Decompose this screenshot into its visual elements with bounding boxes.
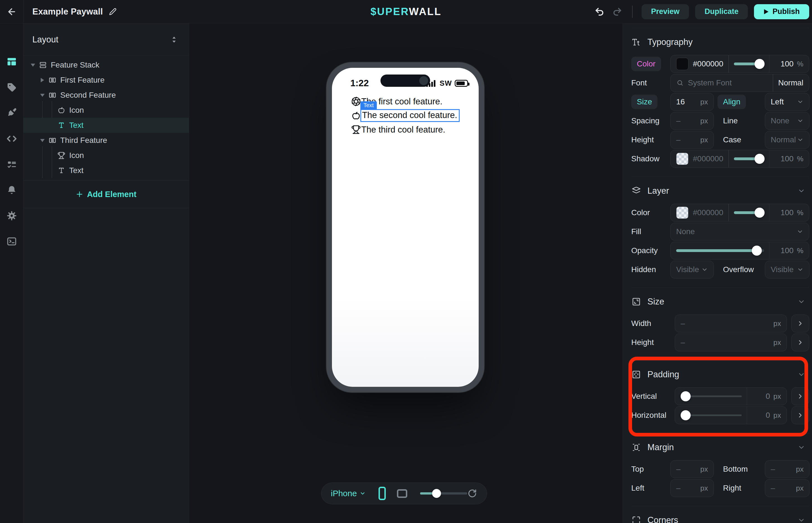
- slider-thumb[interactable]: [752, 246, 762, 256]
- slider-thumb[interactable]: [755, 208, 764, 218]
- opacity-field[interactable]: 100%: [670, 242, 809, 259]
- vertical-padding-field[interactable]: 0px: [675, 387, 787, 405]
- portrait-orientation-icon[interactable]: [379, 487, 386, 500]
- margin-top-field[interactable]: – px: [670, 460, 714, 478]
- margin-right-field[interactable]: – px: [765, 479, 810, 497]
- apple-icon: [351, 110, 361, 121]
- fill-select[interactable]: None: [670, 223, 809, 240]
- selection-outline[interactable]: Text The second cool feature.: [361, 109, 460, 122]
- preview-button[interactable]: Preview: [642, 4, 689, 19]
- color-property-chip[interactable]: Color: [631, 57, 661, 71]
- opacity-slider[interactable]: [676, 249, 764, 252]
- shadow-color-swatch[interactable]: [676, 153, 688, 165]
- caret-down-icon[interactable]: [29, 63, 37, 67]
- caret-down-icon[interactable]: [39, 139, 46, 142]
- tree-item-text-selected[interactable]: Text: [23, 118, 189, 133]
- trophy-icon: [57, 151, 66, 160]
- tree-item-third-feature[interactable]: Third Feature: [23, 133, 189, 148]
- edit-pencil-icon[interactable]: [109, 8, 116, 15]
- editor-canvas[interactable]: 1:22 SW The fir: [189, 23, 623, 523]
- tree-item-icon[interactable]: Icon: [23, 148, 189, 163]
- phone-screen[interactable]: 1:22 SW The fir: [332, 68, 479, 387]
- align-select[interactable]: Left: [765, 93, 810, 111]
- shadow-opacity-slider[interactable]: [734, 157, 764, 160]
- horizontal-padding-slider[interactable]: [681, 414, 742, 416]
- height-field[interactable]: – px: [675, 333, 787, 351]
- sort-icon[interactable]: [170, 35, 178, 44]
- vertical-padding-expand-button[interactable]: [791, 387, 809, 405]
- superwall-logo: $UPERWALL: [370, 6, 442, 18]
- chevron-down-icon[interactable]: [797, 371, 805, 378]
- terminal-icon[interactable]: [6, 236, 18, 247]
- slider-thumb[interactable]: [755, 154, 764, 164]
- line-height-field[interactable]: – px: [670, 131, 714, 149]
- code-icon[interactable]: [6, 133, 18, 145]
- stack-icon: [39, 61, 47, 69]
- caret-down-icon[interactable]: [39, 93, 46, 97]
- height-expand-button[interactable]: [791, 333, 809, 351]
- chevron-down-icon[interactable]: [797, 298, 805, 306]
- layer-color-opacity-slider[interactable]: [734, 211, 764, 214]
- slider-thumb[interactable]: [681, 391, 691, 401]
- width-expand-button[interactable]: [791, 314, 809, 332]
- tree-item-second-feature[interactable]: Second Feature: [23, 88, 189, 103]
- letter-spacing-field[interactable]: – px: [670, 112, 714, 130]
- left-icon-rail: [0, 23, 23, 523]
- chevron-down-icon[interactable]: [797, 187, 805, 195]
- color-swatch[interactable]: [676, 58, 688, 70]
- caret-right-icon[interactable]: [39, 77, 46, 83]
- layer-color-swatch[interactable]: [676, 206, 688, 219]
- tag-icon[interactable]: [6, 82, 18, 93]
- slider-thumb[interactable]: [681, 410, 691, 420]
- paintbrush-icon[interactable]: [6, 107, 18, 119]
- checklist-icon[interactable]: [6, 159, 18, 170]
- trophy-icon: [351, 125, 361, 135]
- tree-item-first-feature[interactable]: First Feature: [23, 73, 189, 88]
- undo-icon[interactable]: [594, 6, 605, 18]
- feature-row-selected[interactable]: Text The second cool feature.: [351, 108, 460, 123]
- align-property-chip[interactable]: Align: [717, 95, 746, 109]
- device-selector[interactable]: iPhone: [331, 489, 366, 498]
- typography-icon: [631, 37, 641, 47]
- back-button[interactable]: [0, 7, 23, 17]
- color-opacity-slider[interactable]: [734, 62, 764, 65]
- font-weight-value[interactable]: Normal: [778, 78, 804, 87]
- width-field[interactable]: – px: [675, 314, 787, 332]
- shadow-field[interactable]: #000000 100%: [670, 150, 809, 168]
- overflow-label: Overflow: [714, 265, 765, 274]
- add-element-button[interactable]: Add Element: [23, 180, 189, 208]
- layer-color-field[interactable]: #000000 100%: [670, 204, 809, 221]
- font-size-field[interactable]: 16 px: [670, 93, 714, 111]
- font-placeholder: System Font: [688, 78, 732, 87]
- duplicate-button[interactable]: Duplicate: [695, 4, 748, 19]
- landscape-orientation-icon[interactable]: [397, 489, 407, 498]
- margin-left-field[interactable]: – px: [670, 479, 714, 497]
- layer-section: Layer Color #000000 100% Fill: [631, 177, 809, 287]
- canvas-zoom-slider[interactable]: [420, 492, 467, 494]
- font-field[interactable]: System Font Normal: [670, 74, 809, 92]
- redo-icon[interactable]: [611, 6, 623, 18]
- horizontal-padding-field[interactable]: 0px: [675, 406, 787, 424]
- overflow-select[interactable]: Visible: [765, 261, 810, 278]
- layout-tab-icon[interactable]: [6, 56, 18, 68]
- vertical-padding-slider[interactable]: [681, 395, 742, 397]
- tree-item-icon[interactable]: Icon: [23, 103, 189, 118]
- horizontal-padding-expand-button[interactable]: [791, 406, 809, 424]
- hidden-select[interactable]: Visible: [670, 261, 714, 278]
- slider-thumb[interactable]: [755, 59, 764, 69]
- text-color-field[interactable]: #000000 100%: [670, 55, 809, 73]
- size-property-chip[interactable]: Size: [631, 95, 658, 109]
- publish-button[interactable]: Publish: [754, 4, 809, 19]
- tree-item-feature-stack[interactable]: Feature Stack: [23, 57, 189, 73]
- gear-icon[interactable]: [6, 210, 18, 221]
- tree-item-text[interactable]: Text: [23, 163, 189, 178]
- slider-thumb[interactable]: [432, 489, 441, 498]
- chevron-down-icon[interactable]: [797, 516, 805, 523]
- chevron-down-icon[interactable]: [797, 444, 805, 451]
- feature-row[interactable]: The third cool feature.: [351, 123, 460, 137]
- line-select[interactable]: None: [765, 112, 810, 130]
- margin-bottom-field[interactable]: – px: [765, 460, 810, 478]
- refresh-icon[interactable]: [467, 488, 477, 499]
- case-select[interactable]: Normal: [765, 131, 810, 149]
- bell-icon[interactable]: [6, 184, 18, 196]
